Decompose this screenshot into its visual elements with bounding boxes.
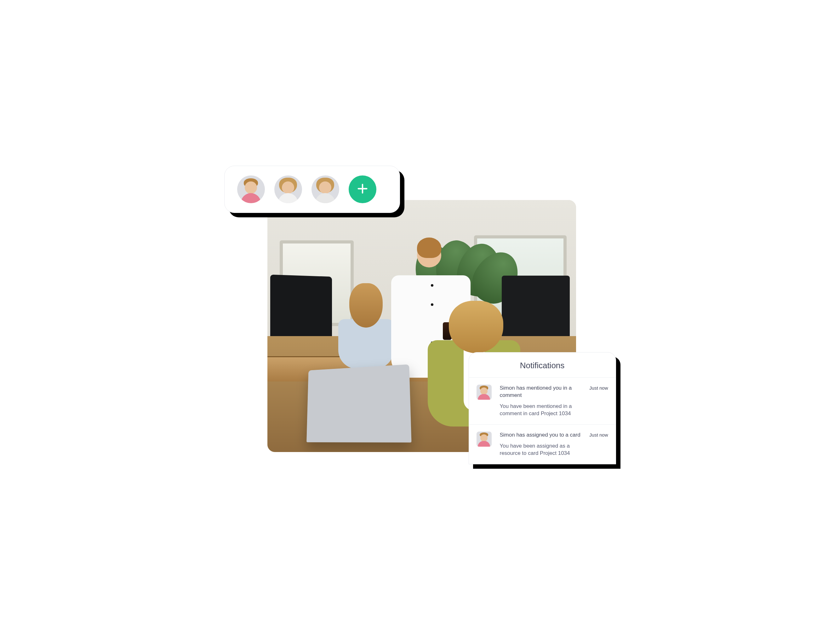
notifications-title: Notifications [469,352,616,378]
notification-time: Just now [589,431,608,457]
avatar [477,431,492,447]
add-member-button[interactable] [349,175,376,203]
notification-item[interactable]: Simon has mentioned you in a comment You… [469,378,616,425]
avatar-strip [224,166,400,213]
notifications-panel: Notifications Simon has mentioned you in… [469,352,616,464]
notification-title: Simon has assigned you to a card [500,431,584,439]
notification-time: Just now [589,385,608,417]
avatar-1[interactable] [237,175,265,203]
notification-title: Simon has mentioned you in a comment [500,385,584,399]
avatar-3[interactable] [311,175,339,203]
avatar [477,385,492,400]
notification-body: You have been mentioned in a comment in … [500,403,584,417]
notification-item[interactable]: Simon has assigned you to a card You hav… [469,425,616,464]
avatar-2[interactable] [274,175,302,203]
plus-icon [356,182,369,196]
notification-body: You have been assigned as a resource to … [500,442,584,457]
